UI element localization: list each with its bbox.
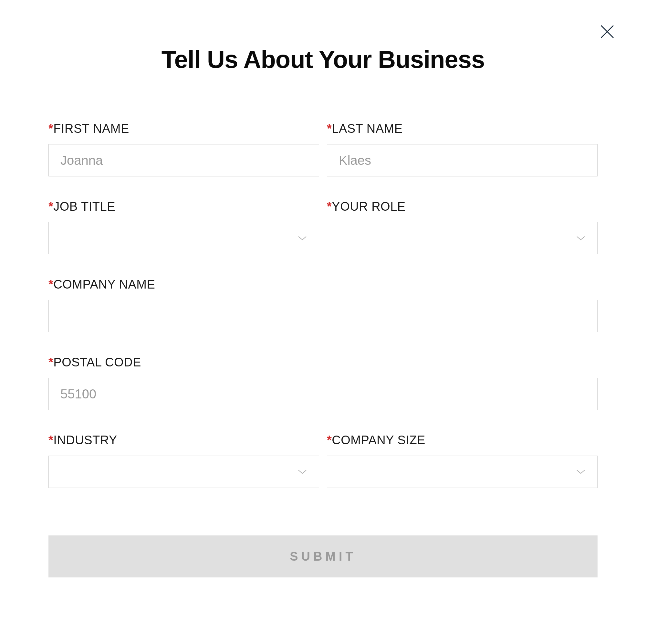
first-name-field: *FIRST NAME xyxy=(48,122,319,176)
job-title-label-text: JOB TITLE xyxy=(53,200,115,213)
required-marker: * xyxy=(48,278,53,291)
last-name-field: *LAST NAME xyxy=(327,122,598,176)
postal-code-field: *POSTAL CODE xyxy=(48,355,598,410)
industry-label: *INDUSTRY xyxy=(48,433,319,447)
business-form: *FIRST NAME *LAST NAME *JOB TITLE xyxy=(48,122,598,577)
required-marker: * xyxy=(48,355,53,369)
required-marker: * xyxy=(48,433,53,447)
company-size-label: *COMPANY SIZE xyxy=(327,433,598,447)
required-marker: * xyxy=(48,122,53,135)
first-name-input[interactable] xyxy=(48,144,319,176)
company-size-field: *COMPANY SIZE xyxy=(327,433,598,488)
last-name-label-text: LAST NAME xyxy=(332,122,403,135)
company-name-label: *COMPANY NAME xyxy=(48,278,598,291)
industry-field: *INDUSTRY xyxy=(48,433,319,488)
postal-code-label-text: POSTAL CODE xyxy=(53,355,141,369)
postal-code-input[interactable] xyxy=(48,378,598,410)
company-name-label-text: COMPANY NAME xyxy=(53,278,155,291)
required-marker: * xyxy=(327,200,332,213)
job-title-field: *JOB TITLE xyxy=(48,200,319,254)
company-size-select[interactable] xyxy=(327,456,598,488)
job-title-label: *JOB TITLE xyxy=(48,200,319,213)
business-form-modal: Tell Us About Your Business *FIRST NAME … xyxy=(0,0,646,644)
company-name-input[interactable] xyxy=(48,300,598,332)
required-marker: * xyxy=(327,433,332,447)
modal-title: Tell Us About Your Business xyxy=(48,45,598,73)
your-role-select[interactable] xyxy=(327,222,598,254)
company-size-label-text: COMPANY SIZE xyxy=(332,433,425,447)
industry-label-text: INDUSTRY xyxy=(53,433,117,447)
required-marker: * xyxy=(327,122,332,135)
postal-code-label: *POSTAL CODE xyxy=(48,355,598,369)
close-icon xyxy=(599,24,615,41)
required-marker: * xyxy=(48,200,53,213)
job-title-select[interactable] xyxy=(48,222,319,254)
last-name-input[interactable] xyxy=(327,144,598,176)
company-name-field: *COMPANY NAME xyxy=(48,278,598,332)
last-name-label: *LAST NAME xyxy=(327,122,598,136)
your-role-field: *YOUR ROLE xyxy=(327,200,598,254)
your-role-label: *YOUR ROLE xyxy=(327,200,598,213)
your-role-label-text: YOUR ROLE xyxy=(332,200,405,213)
first-name-label-text: FIRST NAME xyxy=(53,122,129,135)
close-button[interactable] xyxy=(598,23,617,42)
first-name-label: *FIRST NAME xyxy=(48,122,319,136)
industry-select[interactable] xyxy=(48,456,319,488)
submit-button[interactable]: SUBMIT xyxy=(48,535,598,577)
